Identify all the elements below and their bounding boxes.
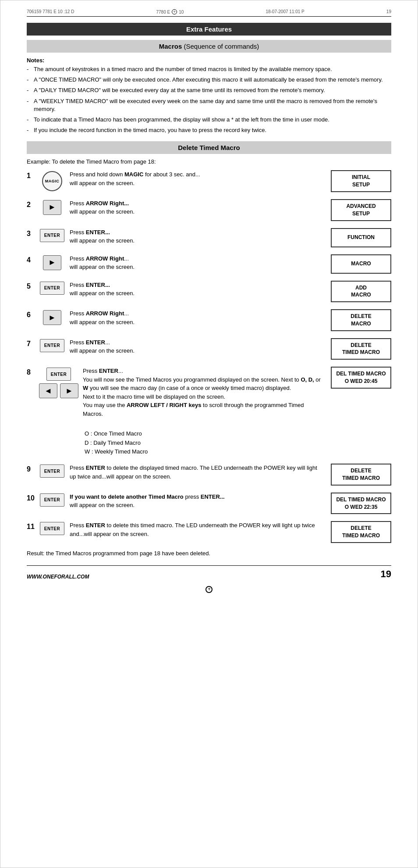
step-10-icon: ENTER [39,493,65,507]
step-9-content: Press ENTER to delete the displayed time… [70,464,325,481]
step-2-content: Press ARROW Right... will appear on the … [70,199,325,216]
screen-box-3: FUNCTION [331,228,391,247]
notes-block: Notes: The amount of keystrokes in a tim… [27,57,391,134]
step-9-num: 9 [27,465,39,473]
screen-box-10: DEL TIMED MACROO WED 22:35 [331,493,391,514]
step-8-left: 8 ENTER ◄ ► Press ENTER... You will now … [27,367,325,457]
step-5: 5 ENTER Press ENTER... will appear on th… [27,281,391,303]
step-1: 1 MAGIC Press and hold down MAGIC for ab… [27,170,391,192]
footer-page: 19 [381,568,391,580]
step-9-icon: ENTER [39,464,65,478]
macros-header-bold: Macros [159,43,182,50]
step-3-left: 3 ENTER Press ENTER... will appear on th… [27,228,325,245]
step-5-left: 5 ENTER Press ENTER... will appear on th… [27,281,325,298]
footer-website: WWW.ONEFORALL.COM [27,574,89,580]
step-5-screen: ADDMACRO [331,281,391,303]
screen-box-2: ADVANCEDSETUP [331,199,391,221]
result-text: Result: the Timed Macros programmed from… [27,550,391,557]
step-10-left: 10 ENTER If you want to delete another T… [27,493,325,510]
step-10-screen: DEL TIMED MACROO WED 22:35 [331,493,391,514]
step-4-left: 4 ► Press ARROW Right... will appear on … [27,254,325,271]
step-6-content: Press ARROW Right... will appear on the … [70,309,325,326]
macro-types-list: O : Once Timed Macro D : Daily Timed Mac… [85,429,325,457]
enter-key-icon-7[interactable]: ENTER [40,339,64,352]
step-11-icon: ENTER [39,522,65,535]
note-item: If you include the record function in th… [27,126,391,134]
step-8-icon: ENTER ◄ ► [39,368,78,398]
meta-line: 706159 7781 E 10 :12 D 7780 E 10 18-07-2… [27,9,391,17]
arrow-left-icon-8[interactable]: ◄ [39,383,57,398]
step-7: 7 ENTER Press ENTER... will appear on th… [27,338,391,360]
note-item: To indicate that a Timed Macro has been … [27,116,391,124]
magic-button-icon[interactable]: MAGIC [42,171,62,191]
steps-container: 1 MAGIC Press and hold down MAGIC for ab… [27,170,391,543]
step-1-left: 1 MAGIC Press and hold down MAGIC for ab… [27,170,325,191]
macros-header-rest: (Sequence of commands) [182,43,259,50]
enter-key-icon-3[interactable]: ENTER [40,229,64,242]
meta-center: 7780 E 10 [156,9,184,14]
step-10: 10 ENTER If you want to delete another T… [27,493,391,514]
step-7-left: 7 ENTER Press ENTER... will appear on th… [27,338,325,355]
enter-key-icon-8[interactable]: ENTER [46,368,71,381]
screen-box-1: INITIALSETUP [331,170,391,192]
step-3-content: Press ENTER... will appear on the screen… [70,228,325,245]
enter-key-icon-9[interactable]: ENTER [40,464,64,478]
step-9-left: 9 ENTER Press ENTER to delete the displa… [27,464,325,481]
enter-key-icon-11[interactable]: ENTER [40,522,64,535]
step-3-screen: FUNCTION [331,228,391,247]
arrow-right-icon[interactable]: ► [43,200,61,215]
step-2-num: 2 [27,201,39,209]
screen-box-5: ADDMACRO [331,281,391,303]
step-8: 8 ENTER ◄ ► Press ENTER... You will now … [27,367,391,457]
step-2-icon: ► [39,200,65,215]
bottom-registration-mark [205,586,213,593]
step-3-num: 3 [27,230,39,238]
step-1-num: 1 [27,172,39,180]
screen-box-11: DELETETIMED MACRO [331,521,391,543]
step-4-num: 4 [27,256,39,264]
step-2-left: 2 ► Press ARROW Right... will appear on … [27,199,325,216]
enter-key-icon-5[interactable]: ENTER [40,282,64,295]
step-10-content: If you want to delete another Timed Macr… [70,493,325,510]
meta-page-corner: 19 [386,9,391,14]
step-3: 3 ENTER Press ENTER... will appear on th… [27,228,391,247]
footer: WWW.ONEFORALL.COM 19 [27,565,391,580]
step-5-icon: ENTER [39,282,65,295]
step-4-icon: ► [39,255,65,270]
step-8-num: 8 [27,368,39,376]
arrow-right-icon-6[interactable]: ► [43,310,61,325]
step-4: 4 ► Press ARROW Right... will appear on … [27,254,391,274]
note-item: A "ONCE TIMED MACRO" will only be execut… [27,76,391,84]
step-10-num: 10 [27,494,39,502]
note-item: A "WEEKLY TIMED MACRO" will be executed … [27,97,391,113]
screen-box-6: DELETEMACRO [331,309,391,331]
page: 706159 7781 E 10 :12 D 7780 E 10 18-07-2… [0,0,418,868]
screen-box-8: DEL TIMED MACROO WED 20:45 [331,367,391,389]
step-1-screen: INITIALSETUP [331,170,391,192]
macros-header: Macros (Sequence of commands) [27,40,391,53]
meta-right: 18-07-2007 11:01 P [266,9,304,14]
step-4-content: Press ARROW Right... will appear on the … [70,254,325,271]
step-5-num: 5 [27,282,39,290]
step-8-content: Press ENTER... You will now see the Time… [83,367,325,457]
step-11: 11 ENTER Press ENTER to delete this time… [27,521,391,543]
step-8-screen: DEL TIMED MACROO WED 20:45 [331,367,391,389]
step-9-screen: DELETETIMED MACRO [331,464,391,486]
bottom-circle-decoration [27,586,391,593]
screen-box-9: DELETETIMED MACRO [331,464,391,486]
example-text: Example: To delete the Timed Macro from … [27,158,391,165]
step-5-content: Press ENTER... will appear on the screen… [70,281,325,298]
notes-title: Notes: [27,57,391,64]
notes-list: The amount of keystrokes in a timed macr… [27,65,391,134]
step-1-icon: MAGIC [39,171,65,191]
enter-key-icon-10[interactable]: ENTER [40,493,64,507]
meta-left: 706159 7781 E 10 :12 D [27,9,74,14]
step-2: 2 ► Press ARROW Right... will appear on … [27,199,391,221]
step-6-screen: DELETEMACRO [331,309,391,331]
step-3-icon: ENTER [39,229,65,242]
arrow-right-icon-8[interactable]: ► [60,383,78,398]
note-item: A "DAILY TIMED MACRO" will be executed e… [27,86,391,94]
step-9: 9 ENTER Press ENTER to delete the displa… [27,464,391,486]
screen-box-4: MACRO [331,254,391,274]
arrow-right-icon-4[interactable]: ► [43,255,61,270]
